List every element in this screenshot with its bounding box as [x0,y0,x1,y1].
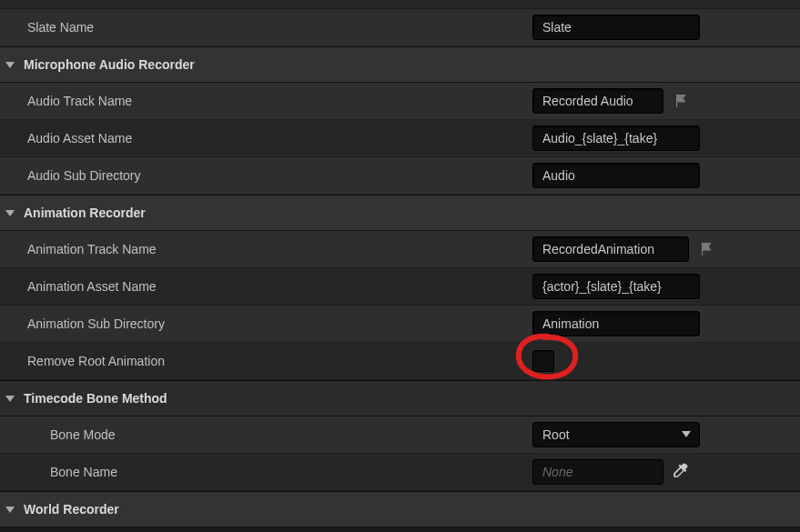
audio-sub-directory-label: Audio Sub Directory [27,168,141,183]
audio-sub-directory-input[interactable] [532,163,700,188]
disclosure-triangle-icon [4,503,16,516]
row-audio-track-name: Audio Track Name [0,83,800,120]
slate-name-label: Slate Name [27,20,94,35]
row-bone-name: Bone Name None [0,454,800,491]
disclosure-triangle-icon [4,392,16,405]
audio-asset-name-label: Audio Asset Name [27,131,132,146]
section-title: Microphone Audio Recorder [24,57,195,72]
slate-name-input[interactable] [532,15,700,40]
bone-mode-value: Root [542,427,570,442]
row-animation-asset-name: Animation Asset Name [0,268,800,306]
svg-marker-0 [5,62,15,68]
audio-asset-name-input[interactable] [532,125,700,151]
flag-icon[interactable] [698,241,714,257]
animation-sub-directory-label: Animation Sub Directory [27,316,165,331]
section-timecode-bone-method[interactable]: Timecode Bone Method [0,380,800,417]
animation-track-name-input[interactable] [532,236,689,262]
section-title: World Recorder [24,502,119,517]
chevron-down-icon [681,427,692,442]
bone-name-input[interactable]: None [532,459,663,485]
disclosure-triangle-icon [4,58,16,71]
svg-marker-4 [5,507,15,513]
row-audio-asset-name: Audio Asset Name [0,120,800,157]
remove-root-animation-label: Remove Root Animation [27,354,165,368]
bone-mode-label: Bone Mode [50,427,116,442]
animation-asset-name-label: Animation Asset Name [27,279,157,294]
svg-marker-3 [682,431,691,437]
remove-root-animation-checkbox[interactable] [532,350,554,372]
section-animation-recorder[interactable]: Animation Recorder [0,195,800,231]
flag-icon[interactable] [673,93,689,109]
row-remove-root-animation: Remove Root Animation [0,343,800,380]
row-animation-sub-directory: Animation Sub Directory [0,306,800,343]
svg-marker-2 [5,396,15,402]
svg-marker-1 [5,210,15,216]
section-microphone-audio-recorder[interactable]: Microphone Audio Recorder [0,46,800,83]
row-animation-track-name: Animation Track Name [0,231,800,268]
row-slate-name: Slate Name [0,9,800,46]
bone-name-placeholder: None [542,465,572,479]
animation-track-name-label: Animation Track Name [27,242,157,256]
section-title: Timecode Bone Method [24,391,167,406]
bone-mode-select[interactable]: Root [532,422,700,447]
section-world-recorder[interactable]: World Recorder [0,491,800,527]
animation-asset-name-input[interactable] [532,274,700,299]
eyedropper-icon[interactable] [673,463,691,481]
animation-sub-directory-input[interactable] [532,311,700,336]
disclosure-triangle-icon [4,206,16,219]
audio-track-name-input[interactable] [532,88,663,114]
row-bone-mode: Bone Mode Root [0,417,800,454]
audio-track-name-label: Audio Track Name [27,94,132,108]
section-title: Animation Recorder [24,206,146,220]
bone-name-label: Bone Name [50,465,117,479]
row-audio-sub-directory: Audio Sub Directory [0,157,800,195]
